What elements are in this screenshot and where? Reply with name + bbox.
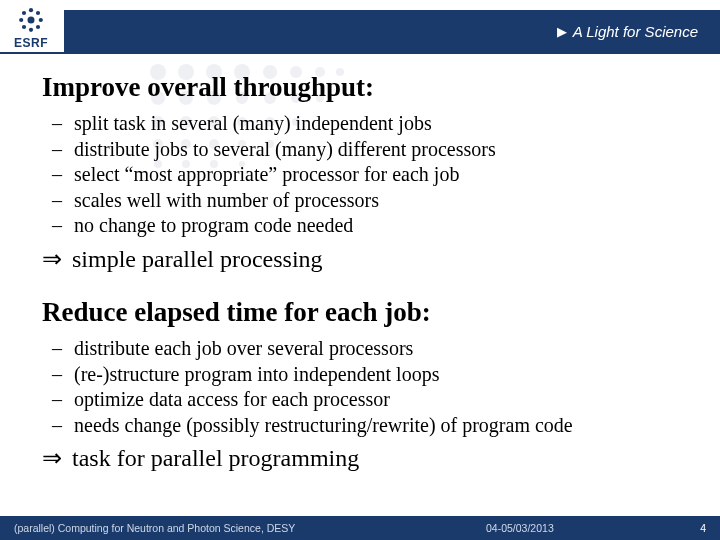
svg-point-8 bbox=[36, 25, 40, 29]
conclusion-text: task for parallel programming bbox=[72, 445, 359, 472]
logo-mark-icon bbox=[17, 6, 45, 34]
svg-point-2 bbox=[29, 28, 33, 32]
footer-left: (parallel) Computing for Neutron and Pho… bbox=[14, 522, 486, 534]
footer-date: 04-05/03/2013 bbox=[486, 522, 686, 534]
logo-text: ESRF bbox=[14, 36, 48, 50]
svg-point-5 bbox=[22, 11, 26, 15]
svg-point-4 bbox=[39, 18, 43, 22]
list-item: –optimize data access for each processor bbox=[52, 387, 690, 413]
svg-point-0 bbox=[28, 17, 35, 24]
header-band: ▶A Light for Science bbox=[0, 10, 720, 52]
implies-icon: ⇒ bbox=[42, 245, 72, 273]
bullet-text: scales well with number of processors bbox=[74, 188, 379, 214]
bullet-text: split task in several (many) independent… bbox=[74, 111, 432, 137]
footer-page-number: 4 bbox=[686, 522, 706, 534]
heading-throughput: Improve overall throughput: bbox=[42, 72, 690, 103]
header-rule bbox=[0, 52, 720, 54]
bullet-text: (re-)structure program into independent … bbox=[74, 362, 439, 388]
bullets-throughput: –split task in several (many) independen… bbox=[52, 111, 690, 239]
heading-elapsed: Reduce elapsed time for each job: bbox=[42, 297, 690, 328]
slide-footer: (parallel) Computing for Neutron and Pho… bbox=[0, 516, 720, 540]
header-tagline: ▶A Light for Science bbox=[557, 23, 698, 40]
bullets-elapsed: –distribute each job over several proces… bbox=[52, 336, 690, 438]
bullet-text: needs change (possibly restructuring/rew… bbox=[74, 413, 573, 439]
dash-icon: – bbox=[52, 213, 74, 239]
dash-icon: – bbox=[52, 362, 74, 388]
bullet-text: optimize data access for each processor bbox=[74, 387, 390, 413]
triangle-icon: ▶ bbox=[557, 24, 567, 39]
dash-icon: – bbox=[52, 387, 74, 413]
conclusion-text: simple parallel processing bbox=[72, 246, 323, 273]
section-throughput: Improve overall throughput: –split task … bbox=[42, 72, 690, 273]
list-item: –distribute jobs to several (many) diffe… bbox=[52, 137, 690, 163]
slide-header: ▶A Light for Science ESRF bbox=[0, 0, 720, 56]
dash-icon: – bbox=[52, 336, 74, 362]
logo: ESRF bbox=[0, 0, 64, 56]
bullet-text: select “most appropriate” processor for … bbox=[74, 162, 459, 188]
dash-icon: – bbox=[52, 137, 74, 163]
svg-point-7 bbox=[22, 25, 26, 29]
section-elapsed: Reduce elapsed time for each job: –distr… bbox=[42, 297, 690, 472]
list-item: –distribute each job over several proces… bbox=[52, 336, 690, 362]
list-item: –needs change (possibly restructuring/re… bbox=[52, 413, 690, 439]
svg-point-1 bbox=[29, 8, 33, 12]
conclusion-elapsed: ⇒task for parallel programming bbox=[42, 444, 690, 472]
bullet-text: distribute each job over several process… bbox=[74, 336, 413, 362]
dash-icon: – bbox=[52, 162, 74, 188]
dash-icon: – bbox=[52, 111, 74, 137]
tagline-text: A Light for Science bbox=[573, 23, 698, 40]
list-item: –no change to program code needed bbox=[52, 213, 690, 239]
dash-icon: – bbox=[52, 188, 74, 214]
svg-point-6 bbox=[36, 11, 40, 15]
list-item: –select “most appropriate” processor for… bbox=[52, 162, 690, 188]
slide-content: Improve overall throughput: –split task … bbox=[0, 56, 720, 472]
list-item: –scales well with number of processors bbox=[52, 188, 690, 214]
list-item: –(re-)structure program into independent… bbox=[52, 362, 690, 388]
bullet-text: no change to program code needed bbox=[74, 213, 353, 239]
svg-point-3 bbox=[19, 18, 23, 22]
bullet-text: distribute jobs to several (many) differ… bbox=[74, 137, 496, 163]
implies-icon: ⇒ bbox=[42, 444, 72, 472]
list-item: –split task in several (many) independen… bbox=[52, 111, 690, 137]
conclusion-throughput: ⇒simple parallel processing bbox=[42, 245, 690, 273]
dash-icon: – bbox=[52, 413, 74, 439]
